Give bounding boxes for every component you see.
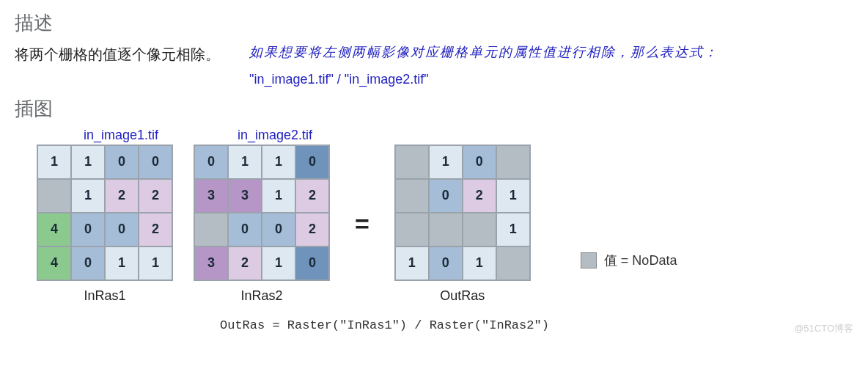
- inras1-caption: InRas1: [84, 288, 125, 304]
- grid-cell: 1: [228, 145, 262, 179]
- heading-describe: 描述: [15, 10, 853, 36]
- grid-cell: 1: [262, 179, 295, 213]
- grid-cell: 0: [295, 246, 329, 280]
- grid-cell: 0: [71, 246, 105, 280]
- grid-cell: 0: [194, 145, 228, 179]
- grid-cell: 0: [429, 246, 463, 280]
- grid-cell: 3: [194, 179, 228, 213]
- inras2-column: 011033120023210 InRas2: [194, 145, 330, 304]
- grid-cell: [463, 213, 496, 246]
- description-row: 将两个栅格的值逐个像元相除。 如果想要将左侧两幅影像对应栅格单元的属性值进行相除…: [15, 42, 853, 90]
- image2-label: in_image2.tif: [213, 128, 337, 143]
- grid-cell: 0: [228, 213, 262, 246]
- image1-label: in_image1.tif: [59, 128, 183, 143]
- grid-cell: [395, 179, 429, 213]
- formula-text: OutRas = Raster("InRas1") / Raster("InRa…: [220, 318, 853, 332]
- annotation-expression: "in_image1.tif" / "in_image2.tif": [249, 69, 718, 90]
- grid-cell: 1: [71, 179, 105, 213]
- grid-cell: [395, 145, 429, 179]
- outras-column: 100211101 OutRas: [394, 145, 531, 304]
- legend-swatch-nodata: [581, 252, 597, 268]
- grid-cell: 3: [194, 246, 228, 280]
- grid-cell: [395, 213, 429, 246]
- grid-cell: 1: [37, 145, 71, 179]
- grid-cell: 1: [139, 246, 172, 280]
- grid-cell: 0: [262, 213, 295, 246]
- grid-cell: 1: [262, 246, 295, 280]
- grid-cell: 1: [496, 179, 530, 213]
- grid-cell: 4: [37, 246, 71, 280]
- legend-text: 值 = NoData: [604, 252, 677, 269]
- grid-cell: 0: [429, 179, 463, 213]
- inras2-grid: 011033120023210: [194, 145, 330, 281]
- grid-cell: 0: [139, 145, 172, 179]
- grid-cell: [496, 246, 530, 280]
- legend: 值 = NoData: [581, 252, 677, 269]
- grid-cell: 0: [295, 145, 329, 179]
- grid-cell: 2: [105, 179, 139, 213]
- grid-cell: 0: [105, 213, 139, 246]
- grid-cell: 2: [139, 213, 172, 246]
- grid-cell: 1: [395, 246, 429, 280]
- outras-grid: 100211101: [394, 145, 531, 281]
- grid-cell: 2: [228, 246, 262, 280]
- annotation-line: 如果想要将左侧两幅影像对应栅格单元的属性值进行相除，那么表达式：: [249, 42, 718, 63]
- grid-cell: 4: [37, 213, 71, 246]
- grid-cell: 2: [295, 179, 329, 213]
- grid-cell: 1: [429, 145, 463, 179]
- equals-sign: =: [350, 210, 374, 238]
- grid-cell: 2: [295, 213, 329, 246]
- grid-cell: 2: [139, 179, 172, 213]
- watermark: @51CTO博客: [794, 322, 853, 335]
- grid-cell: [194, 213, 228, 246]
- grids-row: 110012240024011 InRas1 011033120023210 I…: [37, 145, 853, 304]
- grid-cell: 1: [463, 246, 496, 280]
- grid-cell: [429, 213, 463, 246]
- grid-cell: 2: [463, 179, 496, 213]
- heading-illustration: 插图: [15, 96, 853, 122]
- grid-cell: 3: [228, 179, 262, 213]
- grid-cell: 0: [463, 145, 496, 179]
- inras2-caption: InRas2: [240, 288, 282, 304]
- inras1-column: 110012240024011 InRas1: [37, 145, 173, 304]
- annotation-block: 如果想要将左侧两幅影像对应栅格单元的属性值进行相除，那么表达式： "in_ima…: [249, 42, 718, 90]
- image-labels-row: in_image1.tif in_image2.tif: [59, 128, 853, 143]
- grid-cell: 0: [105, 145, 139, 179]
- description-text: 将两个栅格的值逐个像元相除。: [15, 45, 220, 65]
- grid-cell: [496, 145, 530, 179]
- grid-cell: 1: [496, 213, 530, 246]
- grid-cell: 1: [262, 145, 295, 179]
- inras1-grid: 110012240024011: [37, 145, 173, 281]
- grid-cell: 1: [105, 246, 139, 280]
- grid-cell: [37, 179, 71, 213]
- grid-cell: 0: [71, 213, 105, 246]
- outras-caption: OutRas: [440, 288, 485, 304]
- grid-cell: 1: [71, 145, 105, 179]
